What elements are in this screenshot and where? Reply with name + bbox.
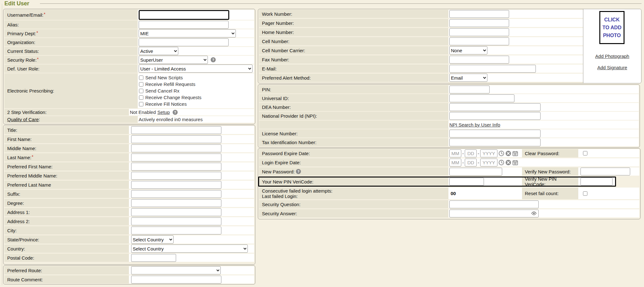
security-role-select[interactable]: SuperUser bbox=[139, 56, 208, 64]
page-title: Edit User bbox=[4, 0, 29, 7]
failed-login-attempts-value: 00 bbox=[449, 191, 456, 196]
degree-input[interactable] bbox=[131, 199, 221, 207]
eye-icon[interactable] bbox=[531, 211, 536, 215]
username-email-input[interactable] bbox=[139, 10, 229, 20]
failed-login-attempts-row: Consecutive failed login attempts:Last f… bbox=[259, 188, 639, 199]
country-select[interactable]: Select Country bbox=[131, 245, 248, 253]
last-name-input[interactable] bbox=[131, 154, 221, 161]
fieldset-rule bbox=[40, 3, 641, 4]
work-number-input[interactable] bbox=[449, 10, 509, 18]
dea-number-input[interactable] bbox=[449, 103, 541, 111]
failed-login-attempts-label: Consecutive failed login attempts:Last f… bbox=[259, 188, 448, 199]
required-asterisk: * bbox=[37, 57, 38, 62]
postal-code-row: Postal Code: bbox=[4, 254, 254, 262]
help-icon[interactable]: ? bbox=[296, 169, 301, 174]
license-number-input[interactable] bbox=[449, 130, 541, 138]
electronic-prescribing-checkbox-0[interactable] bbox=[139, 76, 143, 80]
middle-name-input[interactable] bbox=[131, 144, 221, 152]
help-icon[interactable]: ? bbox=[211, 57, 216, 62]
title-row: Title: bbox=[4, 126, 254, 134]
login-expire-date-day-input[interactable] bbox=[465, 159, 477, 166]
title-input[interactable] bbox=[131, 126, 221, 134]
verify-new-pin-vericode-input[interactable] bbox=[580, 178, 613, 186]
primary-dept-select[interactable]: MIE bbox=[139, 29, 236, 37]
address-2-input[interactable] bbox=[131, 217, 221, 225]
clear-date-icon[interactable] bbox=[505, 160, 511, 166]
national-provider-id-label: National Provider Id (NPI): bbox=[259, 112, 448, 120]
fax-number-label: Fax Number: bbox=[259, 55, 448, 64]
electronic-prescribing-checkbox-1[interactable] bbox=[139, 82, 143, 87]
add-photo-box[interactable]: CLICK TO ADD PHOTO bbox=[599, 11, 625, 44]
preferred-last-name-input[interactable] bbox=[131, 181, 221, 189]
home-number-label: Home Number: bbox=[259, 28, 448, 36]
security-answer-input[interactable] bbox=[449, 210, 539, 217]
universal-id-input[interactable] bbox=[449, 94, 514, 102]
quality-of-care-label-link[interactable]: Quality of Care bbox=[7, 117, 39, 122]
preferred-alert-method-select[interactable]: Email bbox=[449, 74, 487, 82]
national-provider-id-row: National Provider Id (NPI): bbox=[259, 112, 639, 120]
add-photograph-link[interactable]: Add Photograph bbox=[583, 53, 641, 59]
security-question-input[interactable] bbox=[449, 200, 539, 208]
def-user-role-row: Def. User Role:User - Limited Access bbox=[4, 65, 254, 73]
universal-id-row: Universal ID: bbox=[259, 94, 639, 102]
clear-date-icon[interactable] bbox=[505, 150, 511, 156]
fax-number-input[interactable] bbox=[449, 56, 509, 64]
preferred-middle-name-input[interactable] bbox=[131, 172, 221, 180]
last-name-row: Last Name:* bbox=[4, 153, 254, 161]
your-new-pin-vericode-input[interactable] bbox=[449, 178, 484, 186]
current-status-row: Current Status:Active bbox=[4, 47, 254, 55]
login-expire-date-month-input[interactable] bbox=[449, 159, 461, 166]
electronic-prescribing-checkbox-2[interactable] bbox=[139, 89, 143, 93]
electronic-prescribing-checkbox-4[interactable] bbox=[139, 102, 143, 106]
universal-id-label: Universal ID: bbox=[259, 94, 448, 102]
fax-number-row: Fax Number: bbox=[259, 55, 583, 64]
def-user-role-select[interactable]: User - Limited Access bbox=[139, 65, 253, 73]
new-password-input[interactable] bbox=[449, 168, 502, 176]
city-input[interactable] bbox=[131, 227, 221, 234]
login-expire-date-row: Login Expire Date:-- bbox=[259, 158, 639, 166]
alias-input[interactable] bbox=[139, 21, 229, 29]
route-comment-input[interactable] bbox=[131, 276, 221, 284]
npi-search-link[interactable]: NPI Search by User Info bbox=[449, 122, 500, 127]
new-password-label: New Password:? bbox=[259, 167, 448, 176]
password-expire-date-year-input[interactable] bbox=[480, 149, 497, 157]
state-province-select[interactable]: Select Country bbox=[131, 235, 174, 244]
organization-input[interactable] bbox=[139, 38, 229, 46]
calendar-icon[interactable] bbox=[512, 160, 518, 166]
clear-password-checkbox[interactable] bbox=[583, 151, 587, 155]
password-expire-date-day-input[interactable] bbox=[465, 149, 477, 157]
city-label: City: bbox=[4, 226, 129, 234]
national-provider-id-input[interactable] bbox=[449, 112, 541, 120]
calendar-icon[interactable] bbox=[512, 150, 518, 156]
current-status-select[interactable]: Active bbox=[139, 47, 178, 55]
clock-icon[interactable] bbox=[498, 160, 504, 166]
reset-fail-count-checkbox[interactable] bbox=[583, 191, 587, 196]
cell-number-input[interactable] bbox=[449, 37, 509, 45]
login-expire-date-year-input[interactable] bbox=[480, 159, 497, 166]
preferred-first-name-input[interactable] bbox=[131, 163, 221, 171]
current-status-label: Current Status: bbox=[4, 47, 138, 55]
contact-section: Work Number:Pager Number:Home Number:Cel… bbox=[258, 9, 641, 83]
home-number-row: Home Number: bbox=[259, 28, 583, 36]
postal-code-input[interactable] bbox=[131, 254, 176, 262]
pager-number-input[interactable] bbox=[449, 19, 509, 27]
preferred-route-select[interactable] bbox=[131, 266, 221, 274]
electronic-prescribing-checkbox-3[interactable] bbox=[139, 95, 143, 100]
address-1-input[interactable] bbox=[131, 208, 221, 216]
first-name-label: First Name: bbox=[4, 135, 129, 143]
password-expire-date-month-input[interactable] bbox=[449, 149, 461, 157]
suffix-input[interactable] bbox=[131, 190, 221, 198]
cell-number-carrier-select[interactable]: None bbox=[449, 46, 487, 54]
tax-identification-number-input[interactable] bbox=[449, 138, 541, 146]
verify-new-password-input[interactable] bbox=[580, 168, 630, 176]
setup-link[interactable]: Setup bbox=[158, 110, 170, 115]
home-number-input[interactable] bbox=[449, 28, 509, 36]
first-name-input[interactable] bbox=[131, 135, 221, 143]
help-icon[interactable]: ? bbox=[173, 110, 178, 115]
pin-input[interactable] bbox=[449, 86, 490, 93]
title-label: Title: bbox=[4, 126, 129, 134]
clock-icon[interactable] bbox=[498, 150, 504, 156]
e-mail-input[interactable] bbox=[449, 65, 536, 73]
primary-dept-row: Primary Dept:*MIE bbox=[4, 29, 254, 37]
add-signature-link[interactable]: Add Signature bbox=[583, 65, 641, 70]
